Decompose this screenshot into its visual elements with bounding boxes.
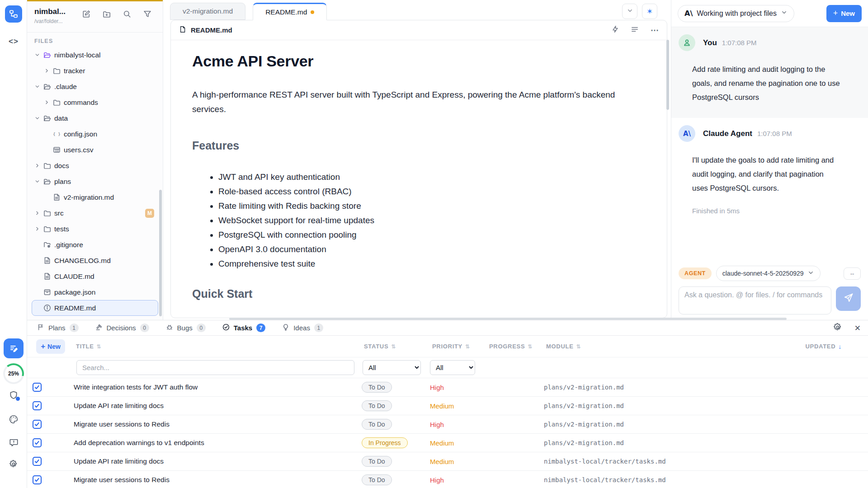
row-checkbox[interactable] [33, 457, 42, 466]
filter-icon[interactable] [143, 10, 151, 20]
session-label: Working with project files [697, 9, 777, 18]
shield-button[interactable] [9, 390, 19, 400]
feature-bullet: Comprehensive test suite [218, 257, 667, 271]
folder-icon [53, 67, 64, 75]
session-dropdown[interactable]: A\ Working with project files [678, 5, 794, 22]
file-tree-item-users-csv[interactable]: users.csv [32, 142, 158, 158]
notes-editor-button[interactable] [4, 338, 24, 358]
palette-icon[interactable] [9, 414, 19, 424]
panel-tab-plans[interactable]: Plans1 [37, 324, 79, 333]
panel-settings-gear-icon[interactable] [833, 323, 842, 333]
new-folder-icon[interactable] [103, 10, 111, 20]
sidebar-scrollbar[interactable] [159, 190, 162, 316]
collapse-button[interactable]: -- [844, 267, 861, 280]
column-header-module[interactable]: MODULE⇅ [544, 343, 760, 350]
tab-list-dropdown-button[interactable] [622, 4, 637, 19]
model-name: claude-sonnet-4-5-20250929 [722, 270, 804, 277]
file-tree: nimbalyst-localtracker.claudecommandsdat… [27, 46, 163, 316]
user-avatar [679, 34, 695, 51]
row-checkbox[interactable] [33, 438, 42, 447]
table-row[interactable]: Write integration tests for JWT auth flo… [27, 378, 868, 397]
new-chat-button[interactable]: +New [826, 5, 862, 22]
send-button[interactable] [836, 286, 861, 311]
model-selector[interactable]: claude-sonnet-4-5-20250929 [716, 266, 821, 281]
file-tree-item-nimbalyst-local[interactable]: nimbalyst-local [32, 47, 158, 63]
chat-header: A\ Working with project files +New [671, 0, 868, 27]
task-title: Migrate user sessions to Redis [74, 420, 362, 428]
horizontal-scrollbar[interactable] [229, 318, 787, 320]
status-filter-select[interactable]: All [363, 360, 421, 375]
table-row[interactable]: Update API rate limiting docsTo DoMedium… [27, 452, 868, 471]
chat-input[interactable] [679, 286, 831, 314]
panel-tab-tasks[interactable]: Tasks7 [222, 324, 265, 333]
file-tree-item-tests[interactable]: tests [32, 221, 158, 237]
editor-scrollbar[interactable] [666, 40, 669, 110]
row-checkbox[interactable] [33, 475, 42, 484]
file-tree-item-src[interactable]: srcM [32, 205, 158, 221]
chat-messages: You1:07:08 PMAdd rate limiting and audit… [671, 27, 868, 228]
column-header-title[interactable]: TITLE⇅ [74, 343, 362, 350]
table-row[interactable]: Migrate user sessions to RedisTo DoHighp… [27, 415, 868, 434]
task-table: Write integration tests for JWT auth flo… [27, 378, 868, 488]
edit-icon[interactable] [82, 10, 90, 20]
message-duration: Finished in 5ms [692, 207, 861, 215]
sparkle-icon: ✶ [646, 7, 653, 16]
tab-v2-migration[interactable]: v2-migration.md [170, 3, 245, 20]
module-path: nimbalyst-local/tracker/tasks.md [544, 476, 760, 483]
file-tree-item-claude[interactable]: .claude [32, 79, 158, 94]
code-icon[interactable]: <> [9, 37, 19, 46]
panel-tab-decisions[interactable]: Decisions0 [95, 324, 149, 333]
tab-readme[interactable]: README.md [253, 3, 327, 20]
chevron-right-icon [34, 226, 43, 232]
task-title: Update API rate limiting docs [74, 457, 362, 465]
row-checkbox[interactable] [33, 420, 42, 429]
file-label: CHANGELOG.md [54, 257, 111, 265]
search-input[interactable] [76, 360, 354, 375]
column-header-status[interactable]: STATUS⇅ [362, 343, 430, 350]
row-checkbox[interactable] [33, 401, 42, 410]
table-row[interactable]: Update API rate limiting docsTo DoMedium… [27, 397, 868, 415]
tab-count-badge: 0 [140, 324, 149, 332]
column-header-updated[interactable]: UPDATED↓ [760, 343, 868, 350]
progress-ring[interactable]: 25% [3, 363, 24, 384]
file-tree-item-config-json[interactable]: { }config.json [32, 126, 158, 142]
settings-gear-icon[interactable] [9, 460, 18, 469]
file-tree-item-claude-md[interactable]: CLAUDE.md [32, 268, 158, 284]
file-tree-item-readme-md[interactable]: README.md [32, 300, 158, 316]
feature-list: JWT and API key authenticationRole-based… [192, 170, 667, 271]
panel-close-icon[interactable]: ✕ [854, 324, 861, 333]
file-icon [43, 257, 54, 264]
panel-tab-bugs[interactable]: Bugs0 [166, 324, 206, 333]
chevron-right-icon [34, 163, 43, 169]
agent-badge: AGENT [679, 267, 712, 279]
file-tree-item-package-json[interactable]: package.json [32, 284, 158, 300]
tab-count-badge: 0 [197, 324, 206, 332]
ai-sparkle-button[interactable]: ✶ [642, 4, 657, 19]
file-tree-item-docs[interactable]: docs [32, 158, 158, 174]
outline-menu-icon[interactable] [631, 25, 639, 35]
feedback-icon[interactable] [9, 438, 19, 447]
editor-tabbar: v2-migration.md README.md [170, 3, 327, 20]
status-badge: To Do [362, 382, 392, 393]
row-checkbox[interactable] [33, 383, 42, 392]
file-tree-item-commands[interactable]: commands [32, 94, 158, 110]
column-header-priority[interactable]: PRIORITY⇅ [430, 343, 487, 350]
file-tree-item-data[interactable]: data [32, 110, 158, 126]
file-tree-item-plans[interactable]: plans [32, 174, 158, 189]
file-tree-item-gitignore[interactable]: .gitignore [32, 237, 158, 253]
more-options-icon[interactable]: ⋯ [651, 25, 659, 35]
new-chat-label: New [841, 9, 855, 17]
search-icon[interactable] [123, 10, 131, 20]
table-row[interactable]: Add deprecation warnings to v1 endpoints… [27, 434, 868, 452]
file-tree-item-changelog-md[interactable]: CHANGELOG.md [32, 253, 158, 268]
new-task-button[interactable]: +New [36, 339, 65, 354]
priority-filter-select[interactable]: All [430, 360, 475, 375]
file-tree-item-v2-migration-md[interactable]: v2-migration.md [32, 189, 158, 205]
app-logo[interactable] [5, 5, 22, 23]
file-tree-item-tracker[interactable]: tracker [32, 63, 158, 79]
panel-tab-ideas[interactable]: Ideas1 [282, 324, 323, 333]
column-header-progress[interactable]: PROGRESS⇅ [487, 343, 544, 350]
lightning-icon[interactable] [611, 25, 619, 35]
table-row[interactable]: Migrate user sessions to RedisTo DoHighn… [27, 471, 868, 488]
status-badge: To Do [362, 419, 392, 430]
